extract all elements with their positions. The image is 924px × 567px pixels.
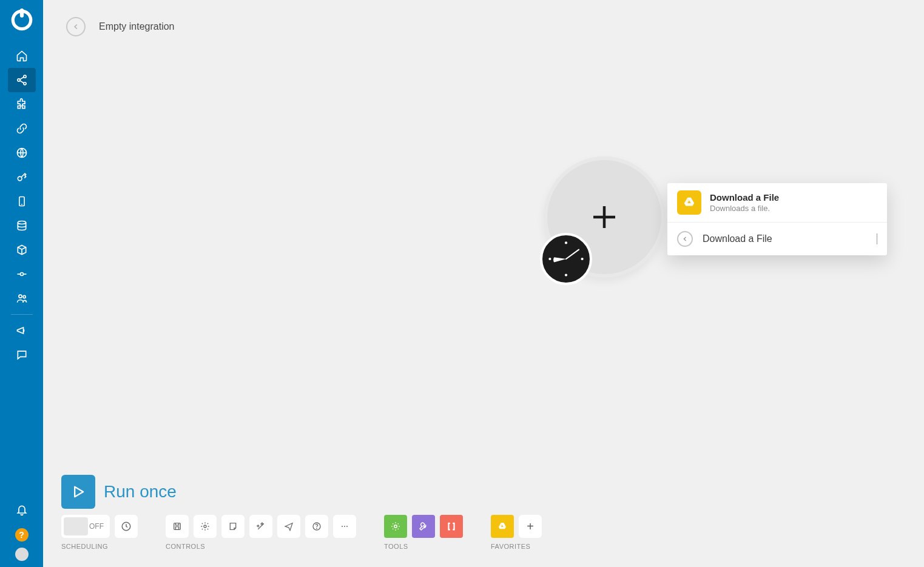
tool-text-button[interactable]	[440, 515, 463, 538]
save-icon	[172, 522, 182, 531]
svg-point-15	[19, 295, 22, 298]
group-favorites: + FAVORITES	[491, 515, 542, 550]
plus-icon: +	[527, 520, 534, 534]
toggle-off-label: OFF	[89, 522, 104, 531]
nav-home[interactable]	[8, 44, 36, 68]
nav-devices[interactable]	[8, 189, 36, 213]
clock-icon	[121, 521, 132, 532]
group-tools: TOOLS	[384, 515, 463, 550]
schedule-settings-button[interactable]	[115, 515, 138, 538]
wand-icon	[256, 522, 266, 531]
nav-keys[interactable]	[8, 165, 36, 189]
add-favorite-button[interactable]: +	[519, 515, 542, 538]
svg-point-16	[23, 295, 25, 298]
megaphone-icon	[16, 324, 28, 337]
nav-list	[0, 44, 43, 367]
nav-connections[interactable]	[8, 116, 36, 141]
svg-point-34	[394, 525, 397, 528]
nav-functions[interactable]	[8, 238, 36, 262]
toggle-knob	[64, 517, 88, 535]
controls-notes-button[interactable]	[221, 515, 244, 538]
wrench-icon	[418, 521, 429, 532]
note-icon	[228, 522, 238, 531]
link-icon	[16, 122, 28, 135]
nav-separator	[11, 314, 33, 315]
group-scheduling-label: SCHEDULING	[61, 543, 138, 550]
group-favorites-label: FAVORITES	[491, 543, 542, 550]
airplane-icon	[284, 522, 294, 531]
run-row: Run once	[61, 475, 906, 509]
popover-back-button[interactable]	[677, 231, 693, 247]
nav-scenarios[interactable]	[8, 68, 36, 92]
nav-templates[interactable]	[8, 92, 36, 116]
back-button[interactable]	[66, 17, 86, 36]
controls-help-button[interactable]	[305, 515, 328, 538]
nav-team[interactable]	[8, 286, 36, 310]
main-canvas: Empty integration Download a File	[43, 0, 924, 567]
svg-point-32	[344, 526, 345, 527]
add-module-node[interactable]	[544, 156, 665, 278]
sidebar-bottom: ?	[0, 498, 43, 561]
module-option-download-file[interactable]: Download a File Downloads a file.	[667, 183, 887, 222]
svg-point-23	[548, 258, 551, 260]
tool-flow-button[interactable]	[384, 515, 407, 538]
controls-explain-button[interactable]	[277, 515, 300, 538]
cube-icon	[16, 244, 28, 256]
nav-webhooks[interactable]	[8, 141, 36, 165]
scenario-title[interactable]: Empty integration	[99, 21, 175, 32]
svg-point-12	[20, 273, 23, 276]
svg-point-28	[204, 525, 206, 528]
scheduler-badge[interactable]	[540, 233, 592, 285]
nav-announce[interactable]	[8, 318, 36, 343]
group-controls-label: CONTROLS	[166, 543, 356, 550]
nav-notifications[interactable]	[8, 498, 36, 522]
mobile-icon	[16, 195, 28, 207]
arrow-left-icon	[681, 235, 689, 243]
nav-chat[interactable]	[8, 343, 36, 367]
bottom-toolbar: Run once OFF SCHEDULING	[61, 475, 906, 550]
controls-more-button[interactable]	[333, 515, 356, 538]
group-controls: CONTROLS	[166, 515, 356, 550]
controls-autoalign-button[interactable]	[249, 515, 272, 538]
database-icon	[16, 220, 28, 232]
nav-commits[interactable]	[8, 262, 36, 286]
svg-point-31	[342, 526, 343, 527]
home-icon	[16, 50, 28, 62]
app-logo[interactable]	[9, 7, 35, 33]
svg-point-8	[18, 176, 22, 181]
svg-point-21	[581, 258, 584, 260]
module-popover: Download a File Downloads a file.	[667, 183, 887, 255]
play-icon	[70, 483, 87, 500]
gear-icon	[200, 522, 210, 531]
chat-icon	[16, 349, 28, 361]
bell-icon	[16, 504, 28, 516]
google-drive-icon	[497, 521, 508, 532]
run-label: Run once	[104, 482, 177, 502]
module-option-desc: Downloads a file.	[710, 204, 779, 213]
google-drive-icon	[677, 190, 701, 215]
svg-rect-27	[175, 527, 178, 530]
share-icon	[16, 74, 28, 86]
svg-line-5	[19, 77, 24, 79]
module-search-row	[667, 222, 887, 255]
nav-data[interactable]	[8, 213, 36, 238]
help-button[interactable]: ?	[15, 528, 29, 542]
svg-rect-1	[19, 8, 23, 18]
schedule-toggle[interactable]: OFF	[61, 515, 110, 538]
module-search-input[interactable]	[703, 233, 877, 244]
user-avatar[interactable]	[15, 548, 29, 561]
arrow-left-icon	[72, 22, 80, 31]
svg-point-33	[346, 526, 348, 527]
svg-line-6	[19, 81, 24, 83]
group-scheduling: OFF SCHEDULING	[61, 515, 138, 550]
controls-settings-button[interactable]	[194, 515, 217, 538]
favorite-google-drive[interactable]	[491, 515, 514, 538]
tool-tools-button[interactable]	[412, 515, 435, 538]
dots-icon	[340, 522, 349, 531]
svg-point-22	[565, 274, 567, 277]
header: Empty integration	[66, 17, 175, 36]
run-button[interactable]	[61, 475, 95, 509]
controls-save-button[interactable]	[166, 515, 189, 538]
brackets-icon	[446, 521, 457, 532]
svg-point-30	[317, 528, 317, 529]
